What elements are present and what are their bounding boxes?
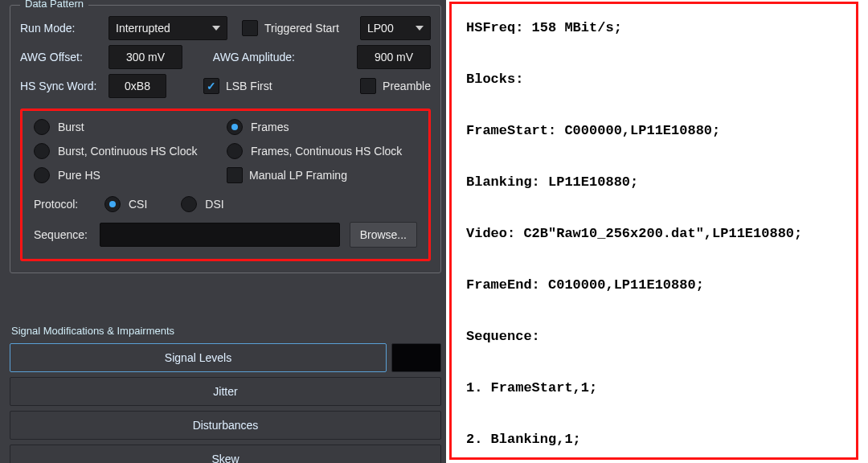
awg-amplitude-input[interactable]: 900 mV	[357, 45, 431, 69]
lp-mode-select[interactable]: LP00	[360, 16, 431, 40]
bar-jitter[interactable]: Jitter	[10, 377, 441, 406]
manual-lp-label: Manual LP Framing	[249, 169, 347, 182]
mode-burst-radio[interactable]: Burst	[34, 119, 227, 135]
mode-highlight-group: Burst Frames Burst, Continuous HS Clock …	[20, 109, 431, 261]
hs-sync-input[interactable]: 0xB8	[108, 74, 166, 98]
sequence-input[interactable]	[100, 223, 340, 247]
checkbox-icon	[242, 20, 258, 36]
mode-burst-cont-label: Burst, Continuous HS Clock	[58, 145, 198, 158]
checkbox-checked-icon	[203, 78, 219, 94]
script-output: HSFreq: 158 MBit/s; Blocks: FrameStart: …	[449, 2, 858, 460]
mode-frames-cont-radio[interactable]: Frames, Continuous HS Clock	[227, 143, 436, 159]
mode-frames-label: Frames	[251, 121, 289, 133]
triggered-start-checkbox[interactable]: Triggered Start	[242, 20, 339, 36]
smi-section: Signal Modifications & Impairments Signa…	[10, 320, 441, 463]
radio-icon	[34, 167, 50, 183]
mode-frames-radio[interactable]: Frames	[227, 119, 436, 135]
preamble-checkbox[interactable]: Preamble	[360, 78, 431, 94]
lsb-first-checkbox[interactable]: LSB First	[203, 78, 272, 94]
lsb-first-label: LSB First	[226, 80, 272, 92]
chevron-down-icon	[416, 26, 424, 31]
manual-lp-checkbox[interactable]: Manual LP Framing	[227, 167, 436, 183]
run-mode-label: Run Mode:	[20, 22, 108, 35]
protocol-dsi-label: DSI	[205, 198, 223, 211]
awg-amplitude-label: AWG Amplitude:	[182, 51, 295, 64]
smi-well[interactable]	[391, 343, 441, 372]
protocol-csi-radio[interactable]: CSI	[104, 196, 147, 212]
checkbox-icon	[360, 78, 376, 94]
protocol-csi-label: CSI	[129, 198, 147, 211]
preamble-label: Preamble	[383, 80, 431, 92]
radio-icon	[227, 143, 243, 159]
radio-icon	[181, 196, 197, 212]
panel-title: Data Pattern	[20, 0, 88, 10]
data-pattern-panel: Data Pattern Run Mode: Interrupted Trigg…	[10, 5, 441, 273]
radio-icon	[34, 119, 50, 135]
mode-pure-hs-radio[interactable]: Pure HS	[34, 167, 227, 183]
protocol-label: Protocol:	[34, 198, 90, 211]
sequence-label: Sequence:	[34, 228, 90, 241]
hs-sync-label: HS Sync Word:	[20, 80, 108, 92]
mode-burst-cont-radio[interactable]: Burst, Continuous HS Clock	[34, 143, 227, 159]
browse-button-label: Browse...	[360, 228, 407, 241]
smi-title: Signal Modifications & Impairments	[11, 325, 440, 337]
mode-pure-hs-label: Pure HS	[58, 169, 100, 182]
mode-burst-label: Burst	[58, 121, 84, 133]
run-mode-select[interactable]: Interrupted	[108, 16, 227, 40]
protocol-dsi-radio[interactable]: DSI	[181, 196, 223, 212]
radio-icon	[34, 143, 50, 159]
awg-offset-label: AWG Offset:	[20, 51, 108, 64]
browse-button[interactable]: Browse...	[350, 222, 417, 248]
run-mode-value: Interrupted	[116, 22, 170, 35]
awg-offset-input[interactable]: 300 mV	[108, 45, 182, 69]
mode-frames-cont-label: Frames, Continuous HS Clock	[251, 145, 402, 158]
bar-disturbances[interactable]: Disturbances	[10, 411, 441, 440]
checkbox-icon	[227, 167, 243, 183]
radio-selected-icon	[227, 119, 243, 135]
triggered-start-label: Triggered Start	[264, 22, 339, 35]
lp-mode-value: LP00	[367, 22, 394, 35]
radio-selected-icon	[104, 196, 121, 212]
bar-signal-levels[interactable]: Signal Levels	[10, 343, 387, 372]
chevron-down-icon	[212, 26, 220, 31]
bar-skew[interactable]: Skew	[10, 445, 441, 463]
settings-pane: Data Pattern Run Mode: Interrupted Trigg…	[0, 0, 446, 463]
